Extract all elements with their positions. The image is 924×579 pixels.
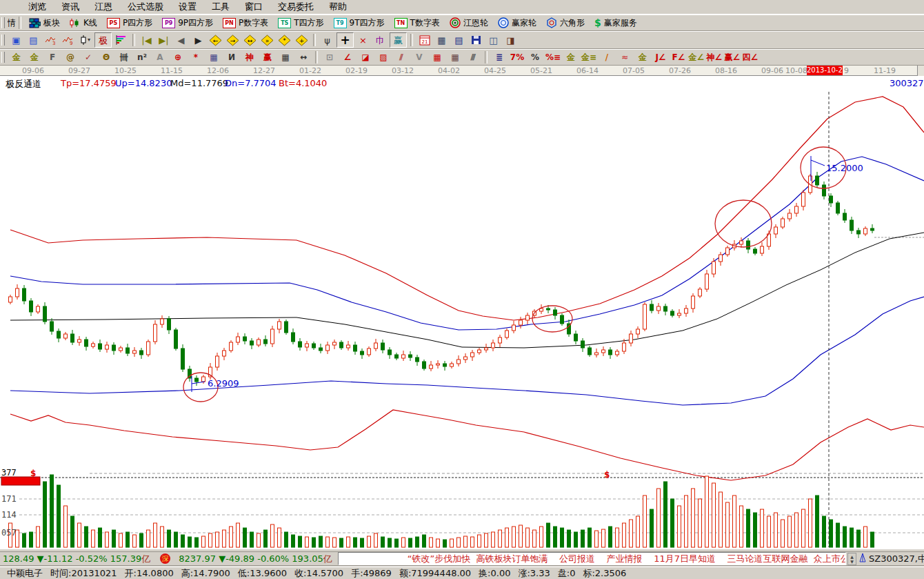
slash-lines-icon[interactable]: ⫻ [465,51,481,64]
box-select-icon[interactable]: ⊡ [321,51,338,64]
pan-hand-icon[interactable]: ψ [319,33,335,47]
next-icon[interactable]: ▶ [190,33,206,47]
ruler123-icon[interactable]: ▦ [277,51,294,64]
ying-icon[interactable]: 赢 [259,51,276,64]
menu-item-6[interactable]: 窗口 [237,1,270,13]
chart-canvas[interactable]: $$377171114057 [0,76,924,549]
pct-line-icon[interactable]: %≡ [545,51,561,64]
spiral-icon[interactable]: @ [62,51,79,64]
square-net-icon[interactable]: ▦ [205,51,222,64]
circle-cross-icon[interactable]: ⊕ [170,51,186,64]
menu-item-1[interactable]: 资讯 [54,1,87,13]
calendar-icon[interactable]: 21 [416,33,432,47]
f-angle-icon[interactable]: F∠ [670,51,687,64]
t9-square-button[interactable]: T99T四方形 [329,15,390,30]
shape-tool-icon[interactable]: 巾 [372,33,388,47]
diamond-hspan-icon[interactable]: ↔ [242,33,258,47]
brain-icon[interactable]: 赢 [390,32,407,48]
channel-indicator-icon[interactable]: 极 [94,32,112,48]
wave-a-icon[interactable]: ≈ [616,51,633,64]
clipped-button-label[interactable]: 情 [8,17,16,29]
gann-f-grid-icon[interactable]: F [44,51,61,64]
page-icon[interactable]: ▣ [8,33,24,47]
pct7-icon[interactable]: 7% [509,51,525,64]
p-number-button[interactable]: PNP数字表 [218,15,273,30]
v-line-icon[interactable]: V [411,51,428,64]
time-circle-icon[interactable]: Θ [98,51,114,64]
fan-box-icon[interactable]: ◪ [357,51,374,64]
gold-line-icon[interactable]: 金≡ [581,51,597,64]
date-tick-label: 11-15 [161,66,183,75]
calculator-icon[interactable]: ▦ [434,33,450,47]
grid-dark-icon[interactable]: ▦ [447,51,463,64]
chart-3-icon[interactable]: 3 [43,33,59,47]
si-angle-icon[interactable]: 四∠ [742,51,759,64]
chart-pane[interactable]: $$377171114057极反通道Tp=17.4759Up=14.8230Md… [0,76,924,549]
diamond-left-icon[interactable]: ← [208,33,223,47]
t-square-button[interactable]: TST四方形 [273,15,328,30]
ying-angle-icon[interactable]: 赢∠ [724,51,741,64]
kline-button[interactable]: K线 [65,15,102,30]
menu-item-4[interactable]: 设置 [171,1,204,13]
crosshair-icon[interactable]: + [337,32,354,48]
n-square-icon[interactable]: n² [134,51,150,64]
save-icon[interactable] [468,33,484,47]
winner-wheel-button[interactable]: 赢家轮 [493,15,541,30]
diamond-cross-icon[interactable]: + [294,33,310,47]
blocks-button[interactable]: 板块 [24,15,65,30]
gann-gold-grid2-icon[interactable]: 金 [26,51,43,64]
i-mark-icon[interactable]: И [223,51,240,64]
pc-print-icon[interactable]: ◨ [503,33,519,47]
gold-angle-icon[interactable]: 金∠ [688,51,705,64]
notes-icon[interactable]: ▤ [451,33,467,47]
menu-item-2[interactable]: 江恩 [87,1,120,13]
p9-square-button[interactable]: P99P四方形 [157,15,218,30]
last-page-icon[interactable]: ▶| [156,33,172,47]
diamond-right-icon[interactable]: → [225,33,241,47]
candle-style-icon[interactable]: ▾ [77,33,93,47]
star-grid-icon[interactable]: * [188,51,204,64]
winner-service-button[interactable]: $赢家服务 [590,15,642,30]
gann-wheel-button[interactable]: 江恩轮 [445,15,493,30]
p-square-button[interactable]: PSP四方形 [102,15,157,30]
shen-angle-icon[interactable]: 神∠ [706,51,723,64]
fan-dense-icon[interactable]: ▨ [375,51,392,64]
menu-item-5[interactable]: 工具 [204,1,237,13]
menu-item-7[interactable]: 交易委托 [270,1,321,13]
level-scale-icon[interactable]: ≣ [491,51,508,64]
t9-square-icon: T9 [334,18,347,28]
first-page-icon[interactable]: |◀ [139,33,154,47]
gold2-icon[interactable]: 金 [634,51,651,64]
pen-flag-icon[interactable]: / [599,51,615,64]
color-histogram-icon[interactable] [113,33,129,47]
menu-item-0[interactable]: 浏览 [21,1,54,13]
news-ticker-text[interactable]: “铁改”步伐加快 高铁板块订单饱满 公司报道 产业情报 11月7日早知道 三马论… [339,553,846,565]
hspan-icon[interactable]: ↔ [295,51,312,64]
shen-icon[interactable]: 神 [241,51,258,64]
pc-globe-icon[interactable]: ◫ [485,33,501,47]
diamond-star-icon[interactable]: * [277,33,292,47]
t-number-button[interactable]: TNT数字表 [390,15,445,30]
j-angle-icon[interactable]: J∠ [652,51,669,64]
gann-gold-grid-icon[interactable]: 金 [8,51,25,64]
menu-item-8[interactable]: 帮助 [321,1,354,13]
diamond-collapse-icon[interactable]: » [259,33,275,47]
angle-pen-icon[interactable]: ✓ [80,51,97,64]
candlesticks [9,172,874,386]
tally-icon[interactable]: 卌 [116,51,132,64]
connection-status: SZ300327,中 [869,553,924,565]
chart-9-icon[interactable]: 9 [60,33,76,47]
menu-item-3[interactable]: 公式选股 [120,1,171,13]
gold-circle-icon[interactable]: 金 [563,51,579,64]
news-ticker[interactable]: “铁改”步伐加快 高铁板块订单饱满 公司报道 产业情报 11月7日早知道 三马论… [338,552,846,565]
mark-tool-icon[interactable]: × [355,33,371,47]
ticker-spinner[interactable]: ▲▼ [847,553,856,565]
fan-lines-icon[interactable]: ⫽ [393,51,410,64]
grid-red-icon[interactable]: ▦ [429,51,445,64]
mirror-a-icon[interactable]: A [152,51,168,64]
prev-icon[interactable]: ◀ [173,33,189,47]
doc-list-icon[interactable]: ▤ [26,33,41,47]
pct-icon[interactable]: % [527,51,543,64]
hexagon-button[interactable]: 六角形 [541,15,590,30]
gann-fan-icon[interactable]: ∠ [339,51,356,64]
